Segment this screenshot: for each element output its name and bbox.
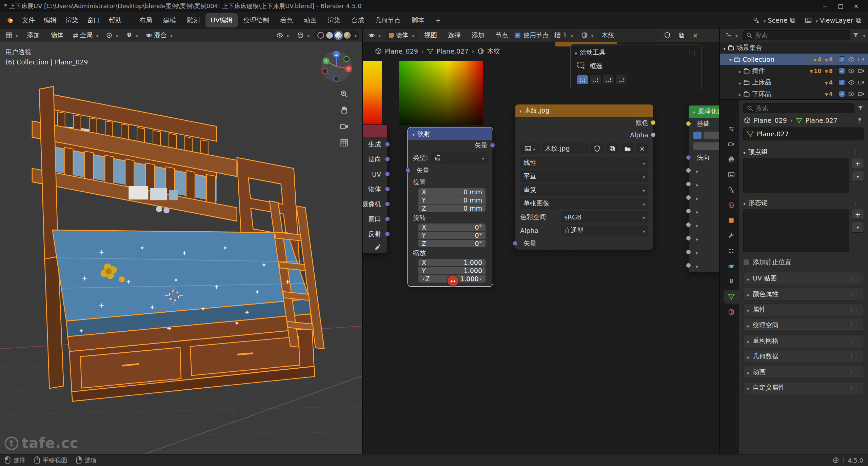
socket-reflection-output[interactable] <box>385 231 390 236</box>
new-material-button[interactable] <box>675 31 688 40</box>
tab-modifiers[interactable] <box>724 229 739 242</box>
node-principled-bsdf[interactable]: 原理化BSDF 基础 法向 <box>688 105 719 273</box>
shading-wireframe-button[interactable] <box>317 32 324 39</box>
disclosure-icon[interactable] <box>739 67 741 75</box>
bunk-bed-model[interactable] <box>0 42 362 454</box>
socket-input[interactable] <box>686 222 691 227</box>
panel-collapsed-icon[interactable] <box>696 180 698 188</box>
panel-collapsed-icon[interactable] <box>696 208 698 215</box>
interpolation-dropdown[interactable]: 线性 <box>520 157 648 169</box>
socket-base-color-input[interactable] <box>686 121 691 126</box>
disclosure-icon[interactable] <box>729 56 732 63</box>
tab-object-data[interactable] <box>724 290 739 304</box>
eye-icon[interactable] <box>848 79 855 86</box>
node-mapping[interactable]: 映射 矢量 类型: 点 矢量 位置 X0 mm Y0 mm Z0 mm 旋转 X… <box>408 128 493 286</box>
menu-help[interactable]: 帮助 <box>104 14 126 27</box>
tab-view-layer[interactable] <box>724 168 739 181</box>
pan-hand-icon[interactable] <box>340 106 349 115</box>
value-slider[interactable] <box>693 142 719 150</box>
color-swatch[interactable] <box>693 132 702 139</box>
menu-select[interactable]: 选择 <box>443 29 465 42</box>
transform-orientation-dropdown[interactable]: ⇄ 全局 <box>70 30 101 41</box>
new-viewlayer-icon[interactable] <box>855 17 862 24</box>
overlays-dropdown[interactable] <box>294 30 312 40</box>
add-rest-position-row[interactable]: 添加静止位置 <box>743 256 864 269</box>
search-input[interactable] <box>756 104 851 112</box>
tab-modeling[interactable]: 建模 <box>158 13 181 27</box>
panel-grip[interactable] <box>849 322 860 328</box>
exclude-checkbox[interactable] <box>839 68 845 74</box>
maximize-button[interactable]: □ <box>833 1 848 11</box>
minimize-button[interactable]: ─ <box>817 1 833 11</box>
socket-alpha-output[interactable] <box>651 132 656 137</box>
tab-world[interactable] <box>724 198 739 212</box>
section-shape-keys[interactable]: 形态键 <box>743 197 864 209</box>
select-mode-extend[interactable] <box>590 75 601 84</box>
material-icon-dropdown[interactable] <box>578 30 596 40</box>
camera-icon[interactable] <box>858 91 865 97</box>
menu-window[interactable]: 窗口 <box>83 14 104 27</box>
socket-input[interactable] <box>686 195 691 200</box>
tab-shading[interactable]: 着色 <box>275 13 298 27</box>
editor-type-button[interactable] <box>3 30 21 40</box>
visibility-dropdown[interactable] <box>274 30 292 40</box>
node-image-texture[interactable]: 木纹.jpg 颜色 Alpha 木纹.jpg × 线性 平直 重复 单张图像 <box>515 104 653 250</box>
unlink-material-button[interactable]: × <box>690 30 701 40</box>
collapse-icon[interactable] <box>575 49 577 56</box>
position-y-field[interactable]: Y0 mm <box>418 196 486 204</box>
box-select-tool[interactable]: 框选 <box>575 59 697 74</box>
add-workspace-button[interactable]: + <box>430 14 446 27</box>
node-texture-coordinate[interactable]: 生成 法向 UV 物体 摄像机 窗口 反射 <box>363 124 388 253</box>
value-slider[interactable] <box>704 132 719 139</box>
socket-object-output[interactable] <box>385 187 390 192</box>
rotation-y-field[interactable]: Y0° <box>418 232 486 239</box>
shader-type-dropdown[interactable]: 物体 <box>386 30 418 41</box>
viewport-canvas[interactable]: 用户透视 (6) Collection | Plane_029 Z X Y ta… <box>0 42 362 454</box>
tab-particles[interactable] <box>724 244 739 258</box>
menu-view[interactable]: 视图 <box>420 29 441 42</box>
copy-image-button[interactable] <box>606 143 619 154</box>
tab-geometry-nodes[interactable]: 几何节点 <box>370 13 406 27</box>
unlink-image-button[interactable]: × <box>636 143 648 154</box>
node-canvas[interactable]: Plane_029› Plane.027› 木纹 生成 法向 UV 物体 摄像机… <box>363 42 719 454</box>
menu-add[interactable]: 添加 <box>23 29 44 42</box>
rotation-z-field[interactable]: Z0° <box>418 240 486 247</box>
scene-selector[interactable]: Scene <box>750 16 799 25</box>
section-remesh[interactable]: 重构网格 <box>743 334 864 347</box>
menu-node[interactable]: 节点 <box>491 29 513 42</box>
outliner-row-collection[interactable]: Collection 4 8 <box>720 54 868 65</box>
panel-grip[interactable] <box>853 149 864 155</box>
network-globe-icon[interactable] <box>832 457 839 464</box>
image-browse-dropdown[interactable] <box>520 143 540 154</box>
outliner-row-xiachuangpin[interactable]: 下床品 4 <box>720 88 868 100</box>
panel-grip[interactable] <box>849 338 860 344</box>
panel-collapsed-icon[interactable] <box>696 262 698 269</box>
outliner-row-baijian[interactable]: 摆件 10 8 <box>720 65 868 77</box>
add-shape-key-button[interactable]: + <box>852 209 864 220</box>
section-uv-maps[interactable]: UV 贴图 <box>743 272 864 285</box>
exclude-checkbox[interactable] <box>839 79 845 85</box>
shape-key-specials-button[interactable]: ▾ <box>852 222 864 233</box>
panel-grip[interactable] <box>849 369 860 375</box>
editor-type-button[interactable] <box>723 30 741 40</box>
socket-input[interactable] <box>686 168 691 173</box>
section-custom-properties[interactable]: 自定义属性 <box>743 381 864 394</box>
panel-collapsed-icon[interactable] <box>696 235 698 242</box>
panel-grip[interactable] <box>853 200 864 206</box>
camera-view-icon[interactable] <box>340 122 349 131</box>
mesh-name-field[interactable]: Plane.027 <box>743 128 864 140</box>
new-scene-icon[interactable] <box>789 17 796 24</box>
material-name-field[interactable]: 木纹 <box>598 30 659 41</box>
blender-logo-icon[interactable] <box>5 17 16 24</box>
socket-vector-input[interactable] <box>406 168 411 173</box>
socket-uv-output[interactable] <box>385 172 390 177</box>
tab-animation[interactable]: 动画 <box>299 13 322 27</box>
section-texture-space[interactable]: 纹理空间 <box>743 319 864 332</box>
select-mode-subtract[interactable] <box>603 75 614 84</box>
scale-z-field[interactable]: Z 1.000 <box>418 275 486 283</box>
section-vertex-groups[interactable]: 顶点组 <box>743 146 864 158</box>
menu-object[interactable]: 物体 <box>46 29 68 42</box>
tab-rendering[interactable]: 渲染 <box>322 13 346 27</box>
filter-funnel-icon[interactable] <box>857 105 864 112</box>
tab-render[interactable] <box>724 137 739 151</box>
